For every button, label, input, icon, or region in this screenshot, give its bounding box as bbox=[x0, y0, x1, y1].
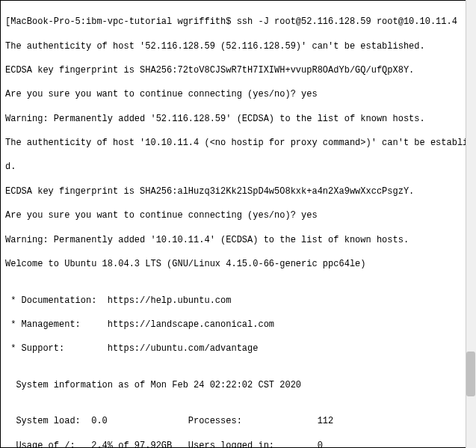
terminal-line: d. bbox=[5, 161, 471, 173]
terminal-line: Welcome to Ubuntu 18.04.3 LTS (GNU/Linux… bbox=[5, 258, 471, 270]
terminal-line: Usage of /: 2.4% of 97.92GB Users logged… bbox=[5, 440, 471, 448]
terminal-line: The authenticity of host '52.116.128.59 … bbox=[5, 40, 471, 52]
terminal-line: ECDSA key fingerprint is SHA256:alHuzq3i… bbox=[5, 185, 471, 197]
terminal-line: Warning: Permanently added '10.10.11.4' … bbox=[5, 234, 471, 246]
terminal-line: System load: 0.0 Processes: 112 bbox=[5, 415, 471, 427]
scrollbar-thumb[interactable] bbox=[466, 352, 475, 396]
terminal-line: ECDSA key fingerprint is SHA256:72toV8CJ… bbox=[5, 64, 471, 76]
terminal-line: * Documentation: https://help.ubuntu.com bbox=[5, 295, 471, 307]
terminal-line: * Support: https://ubuntu.com/advantage bbox=[5, 343, 471, 355]
scrollbar[interactable] bbox=[466, 0, 476, 448]
terminal-output[interactable]: [MacBook-Pro-5:ibm-vpc-tutorial wgriffit… bbox=[5, 4, 471, 448]
terminal-line: Are you sure you want to continue connec… bbox=[5, 209, 471, 221]
terminal-line: Are you sure you want to continue connec… bbox=[5, 88, 471, 100]
terminal-line: * Management: https://landscape.canonica… bbox=[5, 319, 471, 331]
terminal-line: Warning: Permanently added '52.116.128.5… bbox=[5, 113, 471, 125]
terminal-line: [MacBook-Pro-5:ibm-vpc-tutorial wgriffit… bbox=[5, 16, 471, 28]
terminal-line: System information as of Mon Feb 24 02:2… bbox=[5, 379, 471, 391]
terminal-line: The authenticity of host '10.10.11.4 (<n… bbox=[5, 137, 471, 149]
